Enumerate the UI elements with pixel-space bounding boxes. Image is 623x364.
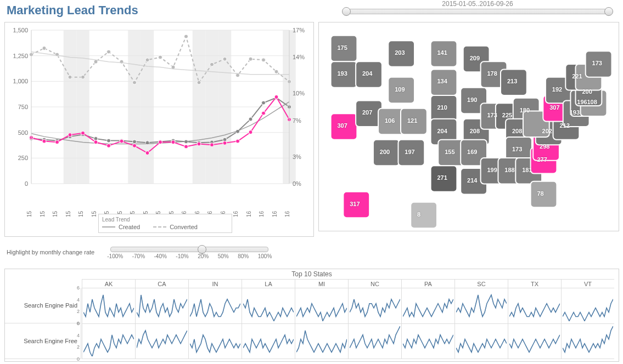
svg-point-110: [274, 70, 278, 73]
svg-text:Jun 15: Jun 15: [91, 211, 97, 217]
state-ND[interactable]: [431, 41, 457, 67]
svg-text:May 15: May 15: [78, 211, 84, 217]
spark-cell: [508, 324, 561, 360]
state-HI[interactable]: [411, 202, 437, 229]
spark-cell: [348, 324, 401, 360]
legend-title: Lead Trend: [102, 217, 228, 223]
spark-cell: [82, 288, 135, 324]
spark-cell: [401, 288, 454, 324]
state-FL[interactable]: [531, 181, 557, 208]
spark-col-LA: LA: [242, 280, 295, 288]
state-MT[interactable]: [388, 41, 414, 67]
state-TX[interactable]: [431, 166, 457, 192]
svg-point-78: [133, 144, 137, 147]
spark-col-AK: AK: [82, 280, 135, 288]
svg-point-84: [210, 143, 214, 147]
state-CA[interactable]: [331, 113, 357, 140]
state-NM[interactable]: [398, 140, 424, 166]
highlight-change-rate-slider[interactable]: Highlight by monthly change rate -100%-7…: [7, 247, 312, 259]
svg-point-76: [107, 144, 111, 147]
date-range-handle-end[interactable]: [604, 7, 613, 16]
svg-text:0: 0: [25, 180, 28, 187]
state-WA[interactable]: [331, 36, 357, 62]
svg-text:14%: 14%: [293, 54, 305, 60]
spark-cell: [561, 324, 614, 360]
state-NE[interactable]: [431, 95, 457, 122]
spark-col-PA: PA: [401, 280, 454, 288]
svg-point-75: [94, 140, 98, 144]
svg-point-103: [184, 35, 188, 38]
spark-col-NC: NC: [348, 280, 401, 288]
svg-point-106: [223, 57, 227, 61]
svg-text:May 16: May 16: [233, 211, 239, 217]
state-MI[interactable]: [501, 70, 527, 96]
spark-col-MI: MI: [295, 280, 348, 288]
map-svg: [319, 22, 619, 231]
svg-point-71: [42, 139, 46, 143]
spark-col-IN: IN: [188, 280, 242, 288]
highlight-handle[interactable]: [198, 245, 206, 254]
svg-point-100: [145, 58, 149, 62]
us-states-map[interactable]: 1751933072042072002031091061211971411342…: [318, 22, 619, 231]
spark-cell: [561, 288, 614, 324]
svg-point-77: [120, 139, 124, 143]
svg-text:7%: 7%: [293, 117, 301, 124]
date-range-label: 2015-01-05..2016-09-26: [340, 0, 615, 8]
svg-text:10%: 10%: [293, 90, 305, 96]
svg-point-108: [249, 57, 252, 61]
date-range-handle-start[interactable]: [342, 7, 351, 16]
state-ID[interactable]: [356, 61, 382, 88]
svg-point-109: [262, 58, 266, 62]
legend-created-label: Created: [119, 224, 140, 230]
svg-point-92: [42, 46, 46, 50]
spark-cell: [401, 324, 454, 360]
svg-point-67: [262, 101, 266, 105]
svg-point-94: [68, 75, 72, 79]
svg-text:17%: 17%: [293, 27, 305, 33]
spark-cell: [242, 288, 295, 324]
state-ME[interactable]: [586, 51, 612, 77]
state-AZ[interactable]: [373, 140, 400, 166]
svg-point-81: [171, 140, 175, 144]
svg-point-82: [184, 145, 188, 149]
svg-text:0%: 0%: [293, 180, 301, 187]
svg-point-104: [197, 81, 201, 84]
spark-cell: [242, 324, 295, 360]
svg-text:Jun 16: Jun 16: [246, 211, 252, 217]
state-AK[interactable]: [343, 192, 369, 218]
date-range-track[interactable]: [344, 9, 611, 14]
spark-cell: [188, 324, 242, 360]
svg-point-86: [236, 139, 240, 143]
svg-text:Sep 16: Sep 16: [284, 211, 290, 217]
svg-point-66: [249, 117, 252, 121]
dashboard: Marketing Lead Trends 2015-01-05..2016-0…: [0, 0, 623, 364]
svg-point-79: [145, 151, 149, 155]
state-OR[interactable]: [331, 61, 357, 88]
spark-cell: [454, 324, 508, 360]
svg-point-89: [274, 95, 278, 99]
highlight-ticks: -100%-70%-40%-10%20%50%80%100%: [107, 253, 272, 259]
state-WY[interactable]: [388, 77, 414, 104]
legend-converted-label: Converted: [170, 224, 198, 230]
spark-cell: [135, 288, 188, 324]
spark-col-CA: CA: [135, 280, 188, 288]
state-CO[interactable]: [401, 109, 427, 135]
svg-point-101: [159, 55, 162, 59]
top-states-sparklines: Top 10 States Search Engine PaidSearch E…: [4, 269, 619, 362]
svg-point-105: [210, 62, 214, 66]
svg-text:Aug 16: Aug 16: [272, 211, 278, 217]
svg-text:Apr 15: Apr 15: [65, 211, 71, 217]
spark-cell: [295, 288, 348, 324]
date-range-slider[interactable]: 2015-01-05..2016-09-26: [340, 0, 615, 14]
svg-point-80: [159, 140, 162, 144]
highlight-track[interactable]: [110, 247, 268, 252]
svg-point-99: [133, 81, 137, 84]
svg-text:Feb 15: Feb 15: [40, 211, 46, 217]
state-SD[interactable]: [431, 70, 457, 96]
highlight-label: Highlight by monthly change rate: [7, 249, 94, 255]
svg-text:1,500: 1,500: [13, 27, 28, 33]
spark-col-SC: SC: [454, 280, 508, 288]
svg-point-73: [68, 133, 72, 137]
lead-trend-chart: 02505007501,0001,2501,5000%3%7%10%14%17%…: [4, 22, 314, 237]
spark-cell: [135, 324, 188, 360]
